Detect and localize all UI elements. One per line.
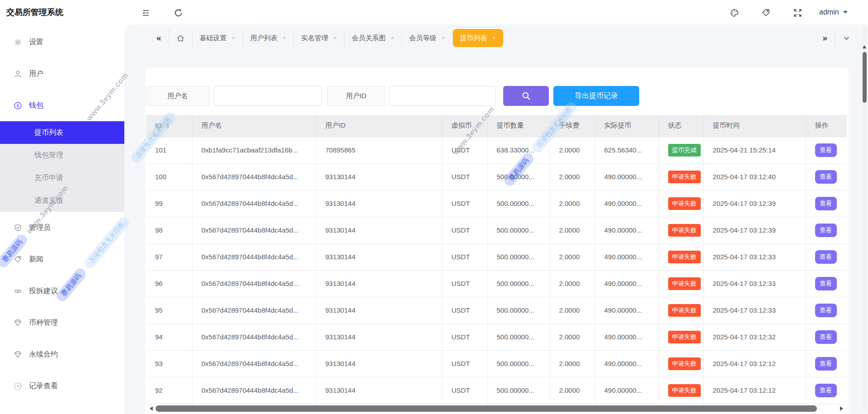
status-badge: 申请失败 bbox=[668, 384, 701, 397]
col-header-amount: 提币数量 bbox=[487, 115, 550, 137]
col-header-label: 提币时间 bbox=[713, 121, 740, 130]
username-input[interactable] bbox=[213, 86, 322, 106]
sidebar-item-wallet[interactable]: $钱包 bbox=[0, 90, 124, 121]
tab-home[interactable] bbox=[169, 29, 193, 47]
tab-basic-settings[interactable]: 基础设置× bbox=[193, 29, 243, 47]
tab-label: 用户列表 bbox=[250, 34, 278, 43]
cell-user_id: 93130144 bbox=[316, 377, 442, 404]
cell-action: 查看 bbox=[806, 217, 847, 243]
tag-button[interactable] bbox=[760, 6, 772, 19]
sidebar-item-label: 新闻 bbox=[29, 255, 43, 264]
sidebar-item-perpetual[interactable]: 永续合约 bbox=[0, 338, 124, 370]
theme-button[interactable] bbox=[728, 6, 741, 19]
col-header-user_id: 用户ID bbox=[316, 115, 442, 137]
view-button[interactable]: 查看 bbox=[815, 170, 837, 184]
close-icon[interactable]: × bbox=[391, 34, 394, 42]
scroll-up-arrow-icon[interactable] bbox=[863, 45, 866, 48]
link-icon bbox=[14, 287, 22, 295]
horizontal-scroll-thumb[interactable] bbox=[156, 405, 817, 412]
status-badge: 申请失败 bbox=[668, 304, 701, 317]
collapse-sidebar-button[interactable] bbox=[139, 6, 152, 19]
sidebar-item-coin-manage[interactable]: 币种管理 bbox=[0, 307, 124, 338]
tabs-dropdown-button[interactable] bbox=[835, 29, 858, 47]
close-icon[interactable]: × bbox=[232, 34, 236, 42]
sidebar-subitem-wallet-manage[interactable]: 钱包管理 bbox=[0, 144, 124, 167]
close-icon[interactable]: × bbox=[333, 34, 337, 42]
tab-realname[interactable]: 实名管理× bbox=[294, 29, 344, 47]
tab-user-list[interactable]: 用户列表× bbox=[243, 29, 294, 47]
col-header-inner: 手续费 bbox=[559, 121, 595, 130]
history-icon bbox=[14, 382, 22, 390]
view-button[interactable]: 查看 bbox=[815, 384, 837, 397]
horizontal-scroll-track[interactable] bbox=[156, 405, 837, 412]
userid-input[interactable] bbox=[389, 86, 496, 106]
cell-id: 95 bbox=[146, 297, 192, 324]
cell-id: 93 bbox=[146, 350, 192, 377]
vertical-scroll-thumb[interactable] bbox=[863, 52, 867, 103]
status-badge: 申请失败 bbox=[668, 197, 701, 210]
cell-fee: 2.0000 bbox=[550, 163, 595, 190]
scroll-right-arrow-icon[interactable] bbox=[840, 406, 843, 411]
sidebar-item-label: 记录查看 bbox=[29, 381, 58, 391]
admin-menu[interactable]: admin bbox=[819, 0, 848, 24]
cell-coin: USDT bbox=[442, 350, 487, 377]
view-button[interactable]: 查看 bbox=[815, 250, 837, 264]
sidebar-subitem-channel-recharge[interactable]: 通道充值 bbox=[0, 189, 124, 212]
search-button[interactable] bbox=[503, 86, 549, 106]
tab-member-graph[interactable]: 会员关系图× bbox=[344, 29, 402, 47]
sidebar-item-feedback[interactable]: 投拆建议 bbox=[0, 275, 124, 307]
cell-action: 查看 bbox=[806, 137, 847, 163]
cell-fee: 2.0000 bbox=[550, 243, 595, 270]
fullscreen-button[interactable] bbox=[791, 6, 804, 19]
table-row: 920x567d428970444b8f4dc4a5d...93130144US… bbox=[146, 377, 847, 404]
cell-username: 0x567d428970444b8f4dc4a5d... bbox=[192, 324, 316, 350]
sidebar-item-settings[interactable]: 设置 bbox=[0, 26, 124, 58]
sidebar-item-news[interactable]: 新闻 bbox=[0, 243, 124, 275]
close-icon[interactable]: × bbox=[492, 34, 496, 42]
sidebar-subitem-withdraw-list[interactable]: 提币列表 bbox=[0, 121, 124, 144]
sidebar: 设置用户$钱包提币列表钱包管理充币申请通道充值管理员新闻投拆建议币种管理永续合约… bbox=[0, 24, 124, 414]
cell-id: 100 bbox=[146, 163, 192, 190]
sort-icon[interactable] bbox=[166, 123, 170, 128]
cell-actual: 490.00000... bbox=[595, 297, 659, 324]
cell-actual: 490.00000... bbox=[595, 324, 659, 350]
view-button[interactable]: 查看 bbox=[815, 197, 837, 210]
scroll-left-arrow-icon[interactable] bbox=[150, 406, 153, 411]
view-button[interactable]: 查看 bbox=[815, 330, 837, 344]
tab-member-level[interactable]: 会员等级× bbox=[402, 29, 453, 47]
tag-icon bbox=[14, 255, 22, 264]
refresh-button[interactable] bbox=[172, 6, 184, 19]
sidebar-subitem-deposit-apply[interactable]: 充币申请 bbox=[0, 167, 124, 189]
cell-time: 2025-04-17 03:12:33 bbox=[703, 243, 806, 270]
table-row: 1010xb1fa9cc71acbaaf213dfa16b...70895865… bbox=[146, 137, 847, 163]
status-badge: 申请失败 bbox=[668, 224, 701, 237]
cell-username: 0x567d428970444b8f4dc4a5d... bbox=[192, 243, 316, 270]
cell-status: 申请失败 bbox=[659, 297, 703, 324]
tab-label: 会员等级 bbox=[409, 34, 436, 43]
tag-icon bbox=[761, 8, 771, 18]
palette-icon bbox=[730, 8, 739, 18]
sidebar-item-admins[interactable]: 管理员 bbox=[0, 212, 124, 243]
view-button[interactable]: 查看 bbox=[815, 357, 837, 371]
tab-withdraw-list[interactable]: 提币列表× bbox=[453, 29, 503, 47]
col-header-inner: 状态 bbox=[668, 121, 703, 130]
view-button[interactable]: 查看 bbox=[815, 304, 837, 317]
cell-status: 申请失败 bbox=[659, 270, 703, 297]
view-button[interactable]: 查看 bbox=[815, 143, 837, 157]
cell-status: 申请失败 bbox=[659, 243, 703, 270]
close-icon[interactable]: × bbox=[283, 34, 286, 42]
tabs-scroll-right-button[interactable]: » bbox=[815, 29, 835, 47]
sidebar-item-records[interactable]: 记录查看 bbox=[0, 370, 124, 402]
diamond-icon bbox=[14, 319, 22, 327]
view-button[interactable]: 查看 bbox=[815, 277, 837, 290]
view-button[interactable]: 查看 bbox=[815, 224, 837, 237]
sidebar-menu: 设置用户$钱包提币列表钱包管理充币申请通道充值管理员新闻投拆建议币种管理永续合约… bbox=[0, 24, 124, 402]
cell-actual: 490.00000... bbox=[595, 350, 659, 377]
close-icon[interactable]: × bbox=[441, 34, 445, 42]
export-withdraw-records-button[interactable]: 导出提币记录 bbox=[553, 86, 639, 106]
cell-time: 2025-04-17 03:12:12 bbox=[703, 377, 806, 404]
refresh-icon bbox=[174, 8, 183, 18]
sidebar-item-users[interactable]: 用户 bbox=[0, 58, 124, 90]
tabs-scroll-left-button[interactable]: « bbox=[149, 29, 169, 47]
vertical-scrollbar[interactable] bbox=[863, 27, 867, 410]
